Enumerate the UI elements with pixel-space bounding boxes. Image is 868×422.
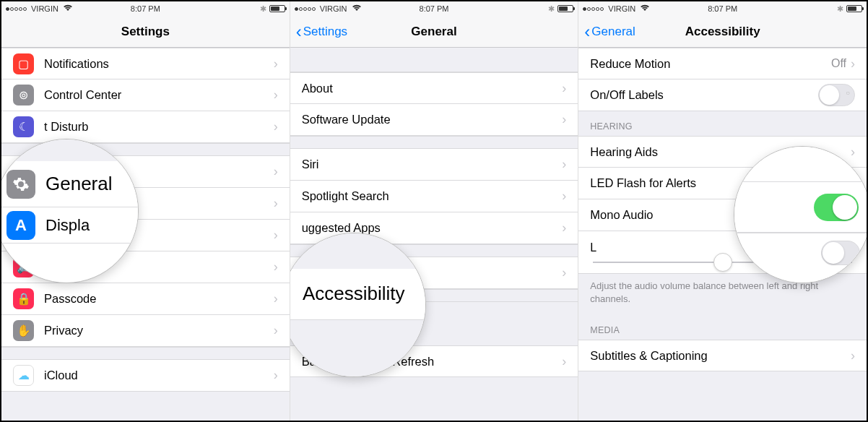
chevron-right-icon: › <box>274 164 278 179</box>
chevron-right-icon: › <box>562 265 566 280</box>
row-passcode[interactable]: 🔒 Passcode › <box>1 283 290 315</box>
clock: 8:07 PM <box>420 4 449 13</box>
bluetooth-icon: ✱ <box>260 4 266 14</box>
phone-general: VIRGIN 8:07 PM ✱ ‹ Settings General Abou… <box>290 1 579 421</box>
chevron-right-icon: › <box>274 323 278 338</box>
row-privacy[interactable]: ✋ Privacy › <box>1 315 290 347</box>
phone-accessibility: VIRGIN 8:07 PM ✱ ‹ General Accessibility… <box>578 1 867 421</box>
balance-footer: Adjust the audio volume balance between … <box>578 274 867 315</box>
row-siri[interactable]: Siri › <box>290 149 578 181</box>
chevron-right-icon: › <box>851 56 855 72</box>
chevron-right-icon: › <box>274 119 278 134</box>
hearing-header: HEARING <box>578 111 867 136</box>
media-header: MEDIA <box>578 315 867 340</box>
control-center-icon: ⊚ <box>13 85 34 106</box>
chevron-right-icon: › <box>274 291 278 306</box>
status-bar: VIRGIN 8:07 PM ✱ <box>578 1 867 16</box>
notifications-icon: ▢ <box>13 53 34 74</box>
row-subtitles[interactable]: Subtitles & Captioning › <box>578 340 867 371</box>
row-software-update[interactable]: Software Update › <box>290 104 578 136</box>
bluetooth-icon: ✱ <box>837 4 843 14</box>
chevron-left-icon: ‹ <box>296 23 302 40</box>
signal-dots-icon <box>6 7 27 11</box>
row-detail: Off <box>831 57 846 70</box>
back-button[interactable]: ‹ General <box>584 23 635 40</box>
page-title: Settings <box>121 25 170 39</box>
carrier-label: VIRGIN <box>31 4 58 13</box>
row-onoff-labels[interactable]: On/Off Labels <box>578 79 867 111</box>
row-label: Subtitles & Captioning <box>590 349 851 363</box>
lens-row-general: General <box>1 161 138 207</box>
onoff-labels-toggle[interactable] <box>818 84 855 106</box>
signal-dots-icon <box>295 7 316 11</box>
chevron-right-icon: › <box>274 368 278 383</box>
row-label: t Disturb <box>44 120 274 134</box>
row-spotlight[interactable]: Spotlight Search › <box>290 181 578 212</box>
row-label: Control Center <box>44 88 274 102</box>
nav-bar: ‹ General Accessibility <box>578 16 867 48</box>
row-icloud[interactable]: ☁ iCloud › <box>1 360 290 392</box>
nav-bar: ‹ Settings General <box>290 16 578 48</box>
icloud-icon: ☁ <box>13 365 34 386</box>
bluetooth-icon: ✱ <box>548 4 555 14</box>
lens-label: Displa <box>45 216 90 235</box>
row-label: uggested Apps <box>302 221 563 235</box>
battery-icon <box>846 5 862 12</box>
status-bar: VIRGIN 8:07 PM ✱ <box>1 1 290 16</box>
row-label: iCloud <box>44 369 274 382</box>
chevron-right-icon: › <box>562 81 566 96</box>
wifi-icon <box>352 4 362 13</box>
row-label: Reduce Motion <box>590 57 831 71</box>
row-label: Software Update <box>302 113 563 126</box>
row-label: Passcode <box>44 292 274 306</box>
status-bar: VIRGIN 8:07 PM ✱ <box>290 1 578 16</box>
nav-bar: Settings <box>1 16 290 48</box>
battery-icon <box>269 5 285 12</box>
dnd-icon: ☾ <box>13 116 34 137</box>
chevron-right-icon: › <box>562 112 566 127</box>
phone-settings: VIRGIN 8:07 PM ✱ Settings ▢ Notification… <box>1 1 290 421</box>
row-label: On/Off Labels <box>590 88 818 102</box>
led-flash-toggle-magnified <box>814 194 859 221</box>
chevron-left-icon: ‹ <box>584 23 590 40</box>
row-notifications[interactable]: ▢ Notifications › <box>1 48 290 79</box>
lens-row-led-toggle <box>734 182 867 233</box>
lens-row-accessibility: Accessibility <box>290 269 425 320</box>
chevron-right-icon: › <box>562 220 566 236</box>
wifi-icon <box>63 4 73 13</box>
magnifier-lens <box>734 146 867 283</box>
page-title: Accessibility <box>685 25 760 39</box>
row-label: About <box>302 82 563 95</box>
chevron-right-icon: › <box>562 157 566 172</box>
lens-row-display: A Displa <box>1 207 138 244</box>
carrier-label: VIRGIN <box>608 4 635 13</box>
chevron-right-icon: › <box>851 145 855 160</box>
row-control-center[interactable]: ⊚ Control Center › <box>1 79 290 111</box>
display-icon: A <box>6 211 35 240</box>
clock: 8:07 PM <box>131 4 160 13</box>
privacy-icon: ✋ <box>13 320 34 341</box>
slider-thumb[interactable] <box>713 253 732 272</box>
row-do-not-disturb[interactable]: ☾ t Disturb › <box>1 111 290 143</box>
clock: 8:07 PM <box>708 4 737 13</box>
chevron-right-icon: › <box>274 196 278 211</box>
wifi-icon <box>640 4 650 13</box>
back-label: Settings <box>303 25 347 39</box>
chevron-right-icon: › <box>562 354 566 369</box>
battery-icon <box>557 5 573 12</box>
lens-label: Accessibility <box>303 283 405 305</box>
general-icon <box>6 170 35 199</box>
lens-label: General <box>45 173 113 195</box>
chevron-right-icon: › <box>274 259 278 275</box>
page-title: General <box>411 25 456 39</box>
balance-left-label: L <box>590 241 596 254</box>
chevron-right-icon: › <box>851 348 855 363</box>
row-about[interactable]: About › <box>290 72 578 104</box>
chevron-right-icon: › <box>274 56 278 72</box>
row-reduce-motion[interactable]: Reduce Motion Off › <box>578 48 867 79</box>
chevron-right-icon: › <box>274 228 278 243</box>
back-label: General <box>591 25 635 39</box>
row-label: Notifications <box>44 57 274 71</box>
back-button[interactable]: ‹ Settings <box>296 23 347 40</box>
chevron-right-icon: › <box>274 87 278 103</box>
